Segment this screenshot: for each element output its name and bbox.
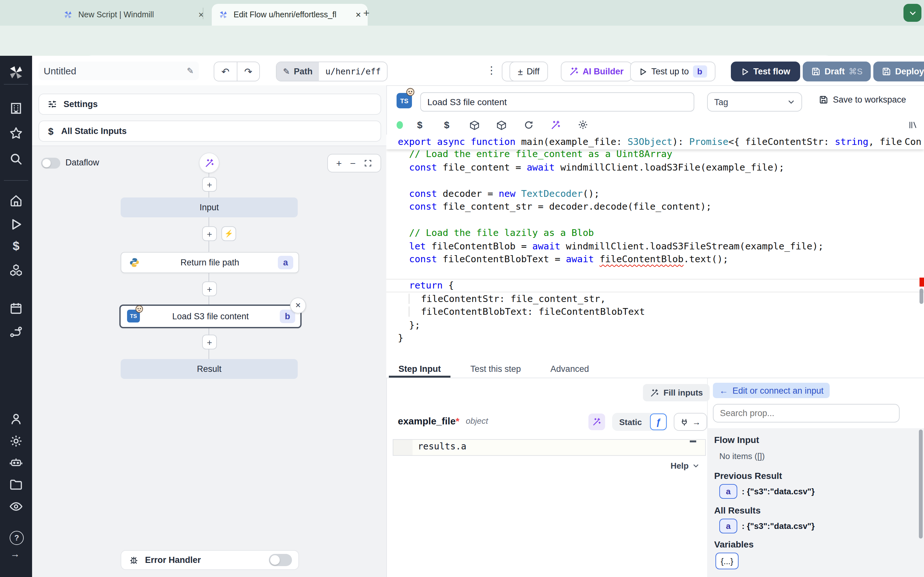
add-trigger-button[interactable]: ⚡ (221, 226, 236, 241)
edit-name-icon[interactable]: ✎ (187, 66, 194, 76)
plus-icon: + (207, 338, 212, 347)
more-menu-icon[interactable]: ⋮ (486, 64, 497, 76)
draft-button[interactable]: Draft ⌘S (803, 61, 871, 81)
browser-tab-active[interactable]: Edit Flow u/henri/effortless_fl ✕ (212, 4, 368, 26)
fill-inputs-button[interactable]: Fill inputs (643, 384, 710, 401)
add-step-button[interactable]: + (202, 335, 217, 350)
variables-picker-icon[interactable]: $ (417, 119, 423, 130)
settings-icon (47, 99, 57, 109)
browser-tab-inactive[interactable]: New Script | Windmill ✕ (57, 4, 210, 26)
test-flow-button[interactable]: Test flow (731, 61, 800, 81)
workspace-icon[interactable] (9, 101, 23, 115)
new-tab-button[interactable]: + (363, 7, 370, 20)
zoom-in-button[interactable]: + (336, 158, 342, 169)
ai-assist-icon[interactable] (551, 120, 561, 130)
error-handler-toggle[interactable] (269, 554, 292, 566)
code-line (386, 213, 924, 226)
package-icon[interactable] (496, 120, 507, 131)
zoom-out-button[interactable]: − (350, 158, 356, 169)
panel-scrollbar-thumb[interactable] (919, 430, 923, 538)
dataflow-toggle[interactable] (41, 158, 60, 169)
expression-editor[interactable]: results.a (393, 439, 706, 456)
ai-fill-button[interactable] (588, 414, 605, 430)
library-icon[interactable] (908, 120, 918, 130)
edit-or-connect-button[interactable]: ← Edit or connect an input (713, 383, 830, 398)
search-icon[interactable] (9, 152, 23, 166)
result-chip[interactable]: a (719, 519, 737, 533)
add-step-button[interactable]: + (202, 177, 217, 192)
deploy-button[interactable]: Deploy (873, 61, 924, 81)
flow-name-box[interactable]: Untitled ✎ (39, 61, 199, 80)
wand-icon (204, 158, 214, 168)
javascript-mode-button[interactable]: ƒ (650, 414, 667, 430)
error-handler-row[interactable]: Error Handler (121, 550, 299, 570)
step-node-b-selected[interactable]: TS Load S3 file content b (120, 305, 302, 328)
step-node-a[interactable]: Return file path a (121, 252, 299, 273)
result-chip[interactable]: a (719, 484, 737, 499)
tab-close-icon[interactable]: ✕ (355, 11, 361, 19)
runs-icon[interactable] (9, 218, 23, 231)
help-icon[interactable]: ? (10, 531, 24, 545)
editor-scrollbar-thumb[interactable] (919, 288, 923, 304)
all-results-row[interactable]: a : {"s3":"data.csv"} (719, 519, 814, 533)
diff-button[interactable]: ± Diff (509, 61, 548, 81)
resources-picker-icon[interactable]: $ (444, 119, 449, 130)
flow-toolbar: Untitled ✎ ↶ ↷ ✎ Path u/henri/eff ⋮ ± Di… (32, 56, 924, 86)
undo-redo-group: ↶ ↷ (214, 61, 260, 81)
folders-icon[interactable] (9, 478, 23, 492)
sidebar-divider (4, 180, 28, 181)
settings-row[interactable]: Settings (39, 93, 381, 115)
settings-gear-icon[interactable] (9, 434, 23, 448)
home-icon[interactable] (9, 193, 23, 208)
path-group[interactable]: ✎ Path u/henri/eff (276, 61, 388, 81)
code-line: return { (386, 279, 924, 292)
schedules-icon[interactable] (9, 301, 23, 316)
editor-settings-icon[interactable] (577, 119, 588, 130)
input-node-label: Input (200, 203, 219, 212)
tag-select[interactable]: Tag (707, 92, 802, 111)
all-static-inputs-row[interactable]: $ All Static Inputs (39, 121, 381, 142)
windmill-logo[interactable] (7, 63, 25, 81)
help-dropdown[interactable]: Help (670, 461, 699, 471)
add-step-button[interactable]: + (202, 226, 217, 241)
chevron-down-icon (787, 98, 795, 106)
connect-sections: Flow Input No items ([]) Previous Result… (707, 428, 924, 577)
package-icon[interactable] (469, 120, 480, 131)
previous-result-row[interactable]: a : {"s3":"data.csv"} (719, 484, 814, 499)
search-prop-input[interactable] (713, 404, 900, 422)
code-line: const file_content = await windmillClien… (386, 161, 924, 174)
tab-search-button[interactable] (903, 4, 921, 22)
tab-test-this-step[interactable]: Test this step (461, 359, 531, 378)
tab-step-input[interactable]: Step Input (389, 359, 451, 378)
result-node[interactable]: Result (121, 359, 298, 379)
graph-ai-button[interactable] (199, 153, 220, 173)
favorites-icon[interactable] (9, 126, 23, 140)
arrow-right-icon: → (692, 417, 701, 427)
save-to-workspace-button[interactable]: Save to workspace (819, 95, 906, 105)
test-up-to-button[interactable]: Test up to b (630, 61, 715, 81)
redo-button[interactable]: ↷ (237, 66, 259, 77)
variables-icon[interactable]: $ (9, 239, 23, 253)
routes-icon[interactable] (9, 325, 23, 339)
connect-input-button[interactable]: → (674, 413, 707, 431)
ai-builder-button[interactable]: AI Builder (561, 61, 632, 81)
step-title-input[interactable] (420, 92, 694, 111)
static-mode-label[interactable]: Static (619, 417, 642, 427)
undo-button[interactable]: ↶ (214, 66, 236, 77)
variables-chip[interactable]: {...} (716, 553, 738, 569)
flow-input-header: Flow Input (714, 435, 759, 445)
users-icon[interactable] (9, 412, 23, 426)
collapse-sidebar-icon[interactable]: → (10, 548, 20, 559)
field-type: object (466, 416, 488, 426)
fit-view-icon[interactable] (364, 159, 372, 167)
tab-advanced[interactable]: Advanced (541, 359, 599, 378)
resources-icon[interactable] (9, 263, 23, 277)
input-node[interactable]: Input (121, 197, 298, 218)
code-editor[interactable]: // Load the entire file_content as a Uin… (386, 135, 924, 359)
audit-logs-icon[interactable] (9, 500, 23, 514)
remove-step-button[interactable]: ✕ (290, 298, 306, 314)
reset-icon[interactable] (523, 120, 534, 130)
workers-icon[interactable] (9, 456, 23, 470)
add-step-button[interactable]: + (202, 282, 217, 296)
path-value: u/henri/eff (319, 67, 387, 76)
